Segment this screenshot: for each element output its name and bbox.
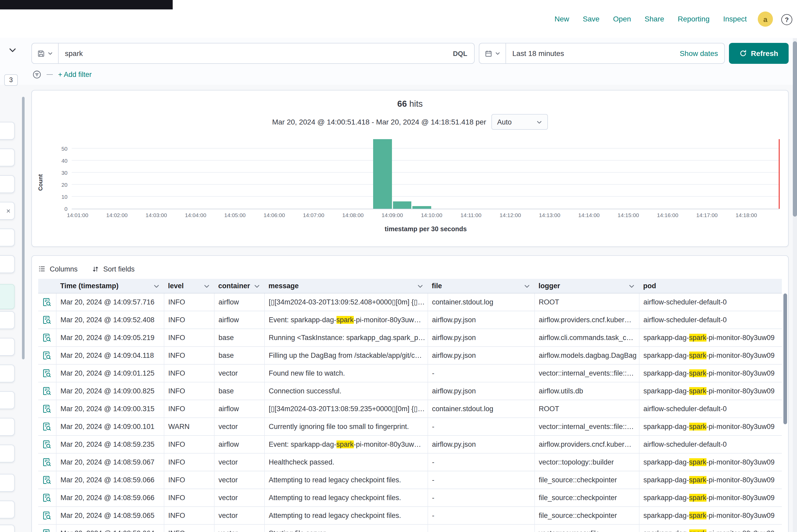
cell-message: Filling up the DagBag from /stackable/ap…	[264, 346, 428, 364]
y-axis-tick-label: 30	[48, 170, 68, 176]
columns-button[interactable]: Columns	[38, 265, 78, 273]
column-header-label: container	[218, 282, 250, 290]
y-axis-tick-label: 40	[48, 157, 68, 164]
refresh-icon	[739, 50, 747, 57]
expand-document-button[interactable]	[42, 440, 51, 449]
column-header-time-timestamp[interactable]: Time (timestamp)	[56, 279, 164, 293]
column-header-pod[interactable]: pod	[639, 279, 782, 293]
cell-pod: sparkapp-dag-spark-pi-monitor-80y3uw09	[639, 382, 782, 400]
table-row: Mar 20, 2024 @ 14:08:59.066INFOvectorAtt…	[38, 471, 782, 489]
help-icon[interactable]: ?	[781, 14, 792, 25]
inspect-document-icon	[42, 458, 51, 467]
collapsed-field-pill[interactable]	[0, 122, 15, 140]
filter-icon[interactable]	[33, 70, 41, 79]
histogram-bar[interactable]	[393, 202, 411, 209]
search-highlight: spark	[336, 440, 353, 448]
nav-link-reporting[interactable]: Reporting	[678, 15, 709, 23]
cell-message: Currently ignoring file too small to fin…	[264, 418, 428, 436]
cell-expand	[38, 293, 56, 311]
cell-pod: sparkapp-dag-spark-pi-monitor-80y3uw09	[639, 525, 782, 532]
column-header-file[interactable]: file	[428, 279, 534, 293]
cell-level: WARN	[164, 418, 214, 436]
query-language-button[interactable]: DQL	[453, 50, 474, 57]
expand-document-button[interactable]	[42, 369, 51, 378]
cell-expand	[38, 525, 56, 532]
cell-time: Mar 20, 2024 @ 14:09:00.825	[56, 382, 164, 400]
histogram-bar[interactable]	[373, 139, 392, 209]
cell-container: base	[214, 382, 264, 400]
inspect-document-icon	[42, 351, 51, 360]
collapsed-field-pill[interactable]	[0, 391, 15, 409]
nav-link-new[interactable]: New	[554, 15, 569, 23]
sidebar-collapse-button[interactable]	[5, 43, 20, 58]
collapsed-field-pill[interactable]	[0, 338, 15, 356]
page-scrollbar[interactable]	[793, 41, 797, 216]
cell-pod: airflow-scheduler-default-0	[639, 400, 782, 418]
expand-document-button[interactable]	[42, 422, 51, 431]
expand-document-button[interactable]	[42, 351, 51, 360]
saved-query-menu-button[interactable]	[32, 43, 59, 63]
inspect-document-icon	[42, 529, 51, 532]
cell-file: -	[428, 507, 534, 525]
column-header-container[interactable]: container	[214, 279, 264, 293]
column-header-logger[interactable]: logger	[534, 279, 639, 293]
cell-container: airflow	[214, 293, 264, 311]
expand-document-button[interactable]	[42, 404, 51, 413]
expand-document-button[interactable]	[42, 475, 51, 484]
sort-fields-button[interactable]: Sort fields	[92, 265, 135, 273]
inspect-document-icon	[42, 369, 51, 378]
collapsed-field-pill[interactable]	[0, 311, 15, 329]
collapsed-field-pill[interactable]	[0, 445, 15, 462]
nav-link-share[interactable]: Share	[645, 15, 664, 23]
inspect-document-icon	[42, 333, 51, 342]
search-input[interactable]	[59, 49, 453, 58]
collapsed-field-pill[interactable]	[0, 500, 15, 518]
show-dates-button[interactable]: Show dates	[680, 49, 724, 58]
expand-document-button[interactable]	[42, 386, 51, 396]
inspect-document-icon	[42, 404, 51, 413]
collapsed-field-pill[interactable]	[0, 525, 15, 532]
collapsed-field-pill[interactable]	[0, 255, 15, 273]
collapsed-field-pill[interactable]	[0, 149, 15, 166]
collapsed-field-pill[interactable]	[0, 418, 15, 436]
table-row: Mar 20, 2024 @ 14:08:59.067INFOvectorHea…	[38, 453, 782, 471]
x-axis-tick-label: 14:03:00	[146, 212, 167, 218]
expand-document-button[interactable]	[42, 316, 51, 324]
collapsed-field-pill[interactable]	[0, 365, 15, 382]
collapsed-field-pill[interactable]	[0, 175, 15, 193]
expand-document-button[interactable]	[42, 511, 51, 520]
column-header-message[interactable]: message	[264, 279, 428, 293]
histogram-bar[interactable]	[412, 206, 431, 209]
inspect-document-icon	[42, 511, 51, 520]
collapsed-field-pill[interactable]: ×	[0, 202, 15, 220]
hits-count: 66	[397, 99, 407, 108]
cell-container: vector	[214, 364, 264, 382]
cell-level: INFO	[164, 471, 214, 489]
avatar[interactable]: a	[758, 12, 773, 27]
expand-document-button[interactable]	[42, 529, 51, 532]
add-filter-button[interactable]: + Add filter	[58, 70, 92, 78]
date-picker-calendar-button[interactable]	[479, 43, 506, 63]
cell-pod: sparkapp-dag-spark-pi-monitor-80y3uw09	[639, 453, 782, 471]
interval-select[interactable]: Auto	[492, 114, 548, 130]
expand-document-button[interactable]	[42, 493, 51, 502]
nav-link-open[interactable]: Open	[613, 15, 631, 23]
columns-icon	[38, 265, 45, 272]
refresh-button[interactable]: Refresh	[729, 43, 789, 64]
collapsed-field-pill[interactable]	[0, 474, 15, 492]
inspect-document-icon	[42, 475, 51, 484]
expand-document-button[interactable]	[42, 333, 51, 342]
table-scrollbar[interactable]	[783, 293, 787, 424]
column-header-level[interactable]: level	[164, 279, 214, 293]
nav-link-inspect[interactable]: Inspect	[723, 15, 747, 23]
close-icon[interactable]: ×	[6, 207, 11, 214]
x-axis-title: timestamp per 30 seconds	[72, 226, 780, 233]
time-range-value[interactable]: Last 18 minutes	[506, 49, 564, 58]
collapsed-field-pill[interactable]	[0, 284, 15, 309]
nav-link-save[interactable]: Save	[583, 15, 599, 23]
expand-document-button[interactable]	[42, 298, 51, 306]
expand-document-button[interactable]	[42, 458, 51, 467]
gridline	[72, 196, 780, 197]
collapsed-field-pill[interactable]	[0, 229, 15, 246]
sidebar-scrollbar[interactable]	[22, 97, 24, 359]
